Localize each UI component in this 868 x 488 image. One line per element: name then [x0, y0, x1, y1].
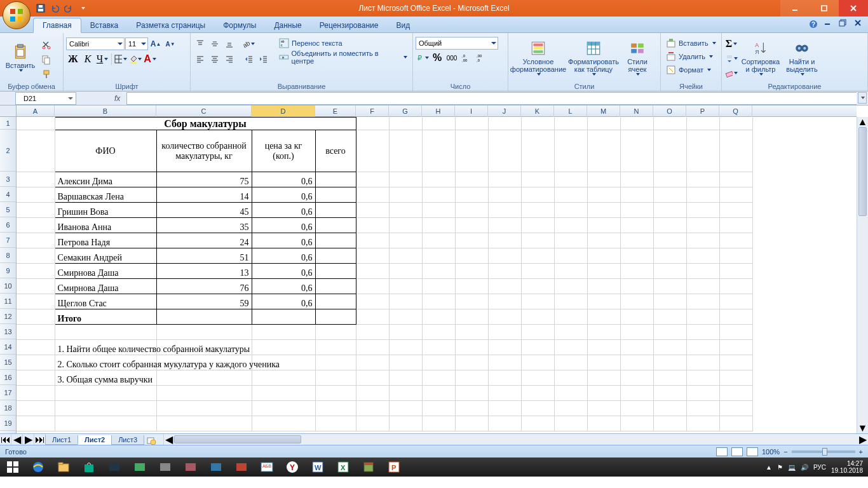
- cell-G14[interactable]: [389, 340, 422, 355]
- cell-G8[interactable]: [389, 248, 422, 264]
- cell-C2[interactable]: количество собранной макулатуры, кг: [156, 130, 252, 172]
- cell-O18[interactable]: [653, 401, 686, 416]
- cell-G10[interactable]: [389, 279, 422, 294]
- cell-F5[interactable]: [356, 203, 389, 218]
- redo-icon[interactable]: [64, 3, 74, 13]
- cell-H13[interactable]: [422, 325, 455, 340]
- cell-L10[interactable]: [554, 279, 587, 294]
- increase-decimal-button[interactable]: ,0,00: [459, 51, 473, 65]
- cell-N14[interactable]: [620, 340, 653, 355]
- cell-J14[interactable]: [488, 340, 521, 355]
- row-header-17[interactable]: 17: [0, 385, 16, 400]
- row-header-11[interactable]: 11: [0, 294, 16, 309]
- col-header-K[interactable]: K: [521, 105, 554, 117]
- cell-B2[interactable]: ФИО: [55, 130, 156, 172]
- col-header-N[interactable]: N: [620, 105, 653, 117]
- cell-I13[interactable]: [455, 325, 488, 340]
- cell-L15[interactable]: [554, 355, 587, 370]
- taskbar-app-2[interactable]: [127, 458, 153, 477]
- borders-button[interactable]: [114, 52, 128, 66]
- cell-B6[interactable]: Иванова Анна: [55, 218, 156, 233]
- cell-L19[interactable]: [554, 416, 587, 431]
- cell-C16[interactable]: [156, 370, 252, 386]
- cell-G7[interactable]: [389, 233, 422, 248]
- number-format-combo[interactable]: Общий: [416, 37, 498, 50]
- taskbar-powerpoint[interactable]: P: [381, 458, 407, 477]
- cell-M13[interactable]: [587, 325, 620, 340]
- cell-D16[interactable]: [252, 370, 315, 386]
- taskbar-ie[interactable]: [25, 458, 51, 477]
- zoom-out-button[interactable]: −: [783, 448, 787, 456]
- col-header-G[interactable]: G: [389, 105, 422, 117]
- cell-O15[interactable]: [653, 355, 686, 370]
- align-top-button[interactable]: [193, 37, 207, 51]
- cell-K7[interactable]: [521, 233, 554, 248]
- cell-A5[interactable]: [17, 203, 55, 218]
- cell-K15[interactable]: [521, 355, 554, 370]
- cell-K2[interactable]: [521, 130, 554, 172]
- cell-B13[interactable]: [55, 325, 156, 340]
- cell-O16[interactable]: [653, 370, 686, 386]
- cell-A13[interactable]: [17, 325, 55, 340]
- format-painter-button[interactable]: [39, 67, 53, 81]
- scroll-left-button[interactable]: ◀: [164, 434, 174, 445]
- cell-P4[interactable]: [686, 187, 719, 203]
- cell-E17[interactable]: [315, 386, 356, 401]
- cell-J7[interactable]: [488, 233, 521, 248]
- decrease-decimal-button[interactable]: ,00,0: [474, 51, 488, 65]
- orientation-button[interactable]: ab: [241, 37, 255, 51]
- cell-L2[interactable]: [554, 130, 587, 172]
- cell-K9[interactable]: [521, 264, 554, 279]
- cell-G16[interactable]: [389, 370, 422, 386]
- cell-P2[interactable]: [686, 130, 719, 172]
- cell-E5[interactable]: [315, 203, 356, 218]
- tray-volume-icon[interactable]: 🔊: [801, 464, 808, 471]
- cell-M15[interactable]: [587, 355, 620, 370]
- cell-N18[interactable]: [620, 401, 653, 416]
- cell-N16[interactable]: [620, 370, 653, 386]
- cell-A7[interactable]: [17, 233, 55, 248]
- align-left-button[interactable]: [193, 52, 207, 66]
- cell-P16[interactable]: [686, 370, 719, 386]
- cell-F13[interactable]: [356, 325, 389, 340]
- cell-H18[interactable]: [422, 401, 455, 416]
- taskbar-app-5[interactable]: [203, 458, 229, 477]
- cell-H14[interactable]: [422, 340, 455, 355]
- row-header-12[interactable]: 12: [0, 309, 16, 324]
- tab-home[interactable]: Главная: [33, 18, 81, 33]
- cell-K11[interactable]: [521, 294, 554, 309]
- hscroll-thumb[interactable]: [174, 435, 301, 444]
- cell-G12[interactable]: [389, 309, 422, 325]
- cell-P11[interactable]: [686, 294, 719, 309]
- tab-review[interactable]: Рецензирование: [311, 18, 388, 32]
- fill-button[interactable]: [724, 51, 738, 65]
- formula-input[interactable]: [126, 92, 857, 105]
- row-header-13[interactable]: 13: [0, 324, 16, 339]
- cell-J18[interactable]: [488, 401, 521, 416]
- cell-N19[interactable]: [620, 416, 653, 431]
- cell-A19[interactable]: [17, 416, 55, 431]
- cell-O8[interactable]: [653, 248, 686, 264]
- cell-P9[interactable]: [686, 264, 719, 279]
- tab-formulas[interactable]: Формулы: [214, 18, 265, 32]
- tray-flag-icon[interactable]: ⚑: [777, 464, 783, 471]
- taskbar-excel[interactable]: X: [330, 458, 356, 477]
- cell-M11[interactable]: [587, 294, 620, 309]
- fill-color-button[interactable]: [128, 52, 142, 66]
- save-icon[interactable]: [36, 3, 46, 13]
- cell-E15[interactable]: [315, 355, 356, 370]
- col-header-E[interactable]: E: [315, 105, 356, 117]
- minimize-ribbon-icon[interactable]: [824, 19, 834, 29]
- cell-B10[interactable]: Смирнова Даша: [55, 279, 156, 294]
- col-header-B[interactable]: B: [55, 105, 156, 117]
- comma-button[interactable]: 000: [445, 51, 459, 65]
- cell-F10[interactable]: [356, 279, 389, 294]
- cell-E14[interactable]: [315, 340, 356, 355]
- align-center-button[interactable]: [208, 52, 222, 66]
- cell-C7[interactable]: 24: [156, 233, 252, 248]
- cell-L14[interactable]: [554, 340, 587, 355]
- cell-C13[interactable]: [156, 325, 252, 340]
- cell-M2[interactable]: [587, 130, 620, 172]
- cell-G11[interactable]: [389, 294, 422, 309]
- cell-Q10[interactable]: [719, 279, 752, 294]
